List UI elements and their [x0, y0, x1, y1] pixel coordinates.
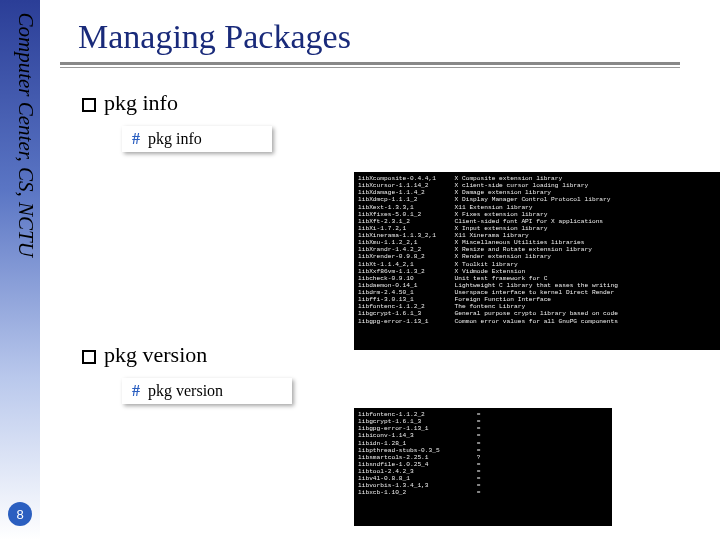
title-rule-thin — [60, 67, 680, 68]
command-text: pkg info — [148, 130, 202, 148]
terminal-pkg-info: libXcomposite-0.4.4,1 X Composite extens… — [354, 172, 720, 350]
command-box-pkg-info: # pkg info — [122, 126, 272, 152]
terminal-pkg-version: libfontenc-1.1.2_2 = libgcrypt-1.6.1_3 =… — [354, 408, 612, 526]
slide-title: Managing Packages — [78, 18, 700, 56]
command-text: pkg version — [148, 382, 223, 400]
sidebar-org-text: Computer Center, CS, NCTU — [13, 13, 38, 343]
page-number: 8 — [8, 502, 32, 526]
slide-content: Managing Packages pkg info # pkg info pk… — [60, 0, 700, 540]
prompt-hash: # — [132, 130, 140, 148]
prompt-hash: # — [132, 382, 140, 400]
bullet-square-icon — [82, 350, 96, 364]
bullet-text: pkg version — [104, 342, 207, 368]
command-box-pkg-version: # pkg version — [122, 378, 292, 404]
sidebar: Computer Center, CS, NCTU 8 — [0, 0, 40, 540]
bullet-square-icon — [82, 98, 96, 112]
title-rule-thick — [60, 62, 680, 65]
page-number-badge: 8 — [0, 502, 40, 526]
bullet-text: pkg info — [104, 90, 178, 116]
bullet-pkg-info: pkg info — [82, 90, 700, 116]
